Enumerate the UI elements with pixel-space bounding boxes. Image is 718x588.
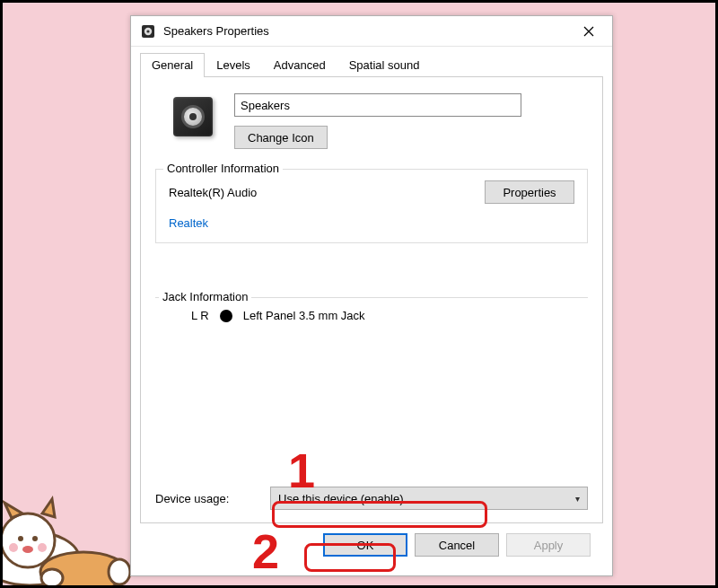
window-title: Speakers Properties (163, 24, 571, 38)
device-usage-label: Device usage: (155, 492, 254, 505)
tab-advanced[interactable]: Advanced (262, 53, 337, 77)
chevron-down-icon: ▾ (575, 494, 580, 504)
device-usage-value: Use this device (enable) (278, 492, 403, 505)
svg-point-12 (146, 30, 149, 32)
device-usage-select[interactable]: Use this device (enable) ▾ (270, 487, 588, 510)
speaker-icon (140, 23, 156, 39)
device-name-input[interactable] (234, 93, 521, 117)
tab-body-general: Change Icon Controller Information Realt… (140, 77, 603, 523)
jack-channels: L R (191, 309, 209, 322)
tab-general[interactable]: General (140, 53, 205, 77)
svg-point-0 (3, 531, 79, 585)
svg-point-7 (38, 543, 47, 552)
svg-point-3 (18, 536, 23, 541)
cancel-button[interactable]: Cancel (415, 533, 499, 557)
close-icon (583, 26, 594, 37)
svg-point-5 (22, 546, 33, 553)
tab-levels[interactable]: Levels (205, 53, 262, 77)
controller-vendor-link[interactable]: Realtek (169, 216, 208, 230)
controller-name: Realtek(R) Audio (169, 186, 257, 199)
svg-point-2 (3, 513, 55, 567)
titlebar: Speakers Properties (131, 16, 612, 47)
controller-properties-button[interactable]: Properties (485, 180, 574, 204)
jack-info-group: Jack Information L R Left Panel 3.5 mm J… (155, 297, 588, 335)
tab-spatial-sound[interactable]: Spatial sound (337, 53, 432, 77)
close-button[interactable] (571, 19, 607, 44)
controller-info-group: Controller Information Realtek(R) Audio … (155, 169, 588, 243)
properties-dialog: Speakers Properties General Levels Advan… (130, 15, 613, 576)
svg-point-6 (9, 543, 18, 552)
controller-legend: Controller Information (163, 162, 283, 175)
jack-description: Left Panel 3.5 mm Jack (243, 309, 365, 322)
dialog-content: General Levels Advanced Spatial sound Ch… (131, 47, 612, 575)
svg-point-9 (41, 569, 63, 585)
svg-point-4 (32, 536, 38, 541)
tab-strip: General Levels Advanced Spatial sound (140, 52, 603, 77)
apply-button[interactable]: Apply (506, 533, 591, 557)
dialog-footer: OK Cancel Apply (140, 523, 603, 566)
jack-legend: Jack Information (159, 290, 251, 303)
svg-point-1 (40, 552, 127, 585)
svg-point-8 (109, 559, 130, 584)
jack-color-dot (220, 310, 232, 322)
change-icon-button[interactable]: Change Icon (234, 126, 328, 149)
ok-button[interactable]: OK (323, 533, 407, 557)
device-icon (173, 97, 213, 136)
